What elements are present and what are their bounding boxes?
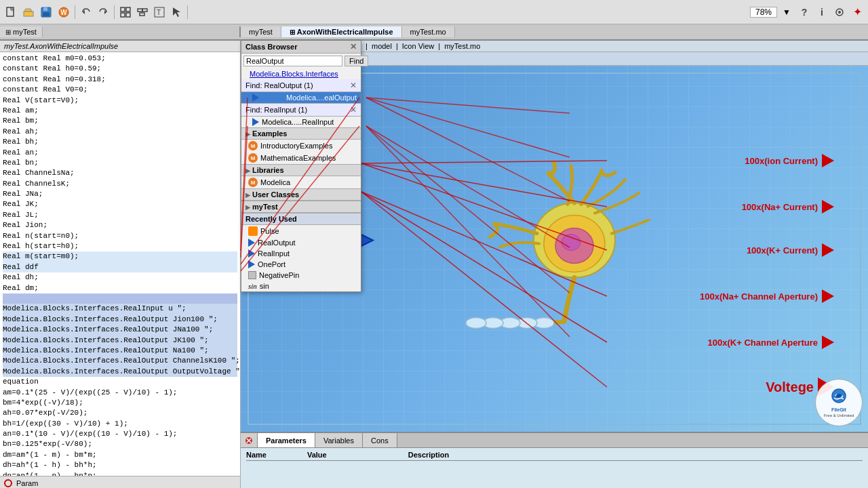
cb-section-examples[interactable]: ▶ Examples: [241, 127, 361, 140]
new-button[interactable]: [3, 4, 19, 20]
cb-section-user-classes[interactable]: ▶ User Classes: [241, 188, 361, 201]
breadcrumb-icon-view[interactable]: Icon View: [402, 42, 435, 50]
redo-button[interactable]: [95, 4, 111, 20]
find-result-2[interactable]: Find: RealInput (1) ✕: [241, 104, 361, 117]
code-line-10: Real bn;: [3, 158, 237, 168]
svg-rect-12: [121, 13, 125, 17]
svg-rect-10: [121, 7, 125, 12]
code-line-24: Modelica.Blocks.Interfaces.RealInput u "…: [3, 304, 237, 314]
col-name: Name: [246, 451, 267, 459]
undo-button[interactable]: [78, 4, 94, 20]
cb-item-negativepin[interactable]: NegativePin: [241, 270, 361, 281]
svg-rect-5: [43, 12, 50, 16]
cb-item-oneport[interactable]: OnePort: [241, 259, 361, 270]
tab-cons[interactable]: Cons: [363, 433, 397, 447]
bottom-panel: Parameters Variables Cons Name Value Des…: [241, 432, 868, 488]
cb-header: Class Browser ✕: [241, 41, 361, 54]
code-line-38: dm=am*(1 - m) - bm*m;: [3, 450, 237, 460]
find-result-close-2[interactable]: ✕: [350, 105, 357, 115]
col-desc: Description: [408, 451, 450, 459]
class-browser: Class Browser ✕ Find Modelica.Blocks.Int…: [241, 41, 361, 292]
cb-close-button[interactable]: ✕: [350, 42, 357, 52]
cb-section-libraries[interactable]: ▶ Libraries: [241, 164, 361, 176]
find-result-item-1[interactable]: Modelica....ealOutput: [241, 92, 361, 104]
top-tab-bar: ⊞ myTest myTest ⊞ AxonWithElectricalImpu…: [0, 24, 868, 41]
tab-close-button[interactable]: [241, 433, 258, 447]
cb-item-realoutput[interactable]: RealOutput: [241, 237, 361, 248]
tab-parameters[interactable]: Parameters: [258, 433, 315, 447]
svg-rect-15: [142, 9, 147, 12]
realinput-icon: [248, 249, 255, 258]
tab-mytest[interactable]: myTest: [241, 26, 281, 37]
find-result-item-2[interactable]: Modelica.....RealInput: [241, 117, 361, 127]
label-k-current: 100x(K+ Current): [747, 243, 834, 257]
grid-button[interactable]: [117, 4, 134, 20]
code-line-9: Real an;: [3, 148, 237, 158]
tab-axon[interactable]: ⊞ AxonWithElectricalImpulse: [281, 26, 402, 37]
code-line-22: Real dm;: [3, 283, 237, 293]
cursor-button[interactable]: [168, 4, 184, 20]
code-line-31: equation: [3, 377, 237, 387]
svg-point-42: [836, 394, 842, 398]
code-editor[interactable]: constant Real m0=0.053;constant Real h0=…: [0, 52, 240, 476]
svg-rect-4: [43, 7, 47, 11]
code-line-1: constant Real h0=0.59;: [3, 64, 237, 74]
arrange-button[interactable]: [134, 4, 151, 20]
neuron-svg: [439, 139, 696, 342]
cb-item-mathematica[interactable]: M MathematicaExamples: [241, 152, 361, 164]
code-line-20: Real ddf: [3, 262, 237, 272]
cb-item-introductory[interactable]: M IntroductoryExamples: [241, 140, 361, 152]
tab-mytest-mo[interactable]: myTest.mo: [402, 26, 455, 37]
top-toolbar: W T 78% ▼ ? i ✦: [0, 0, 868, 24]
code-line-7: Real ah;: [3, 127, 237, 137]
toolbar-separator-1: [75, 5, 75, 19]
neuron-illustration: [439, 139, 696, 344]
help-button[interactable]: ?: [796, 4, 812, 20]
bottom-tab-bar: Parameters Variables Cons: [241, 433, 868, 448]
code-line-5: Real am;: [3, 106, 237, 116]
mathematica-icon: M: [248, 153, 258, 163]
tab-grid-left[interactable]: ⊞ myTest: [0, 26, 43, 37]
bottom-column-headers: Name Value Description: [246, 451, 863, 461]
settings-button[interactable]: [831, 4, 848, 20]
code-line-26: Modelica.Blocks.Interfaces.RealOutput JN…: [3, 325, 237, 335]
open-button[interactable]: [20, 4, 37, 20]
code-line-3: constant Real V0=0;: [3, 85, 237, 95]
sin-icon: sin: [248, 282, 257, 290]
cb-find-button[interactable]: Find: [344, 56, 368, 66]
label-na-current: 100x(Na+ Current): [742, 200, 834, 214]
cb-search-input[interactable]: [243, 56, 342, 66]
filegit-logo: FileGitFree & Unlimited: [815, 379, 863, 426]
cb-item-sin[interactable]: sin sin: [241, 281, 361, 291]
zoom-dropdown[interactable]: ▼: [778, 4, 795, 20]
find-result-close-1[interactable]: ✕: [350, 81, 357, 90]
breadcrumb-mytest-mo[interactable]: myTest.mo: [444, 42, 480, 50]
toolbar-separator-2: [114, 5, 115, 19]
find-result-1[interactable]: Find: RealOutput (1) ✕: [241, 79, 361, 92]
info-button[interactable]: i: [814, 4, 830, 20]
code-line-16: Real Jion;: [3, 220, 237, 230]
modelica-interfaces-link[interactable]: Modelica.Blocks.Interfaces: [245, 69, 342, 79]
code-line-27: Modelica.Blocks.Interfaces.RealOutput JK…: [3, 336, 237, 346]
browse-button[interactable]: W: [56, 4, 72, 20]
status-icon: [4, 479, 12, 487]
code-line-2: constant Real n0=0.318;: [3, 75, 237, 85]
refresh-button[interactable]: ✦: [849, 4, 865, 20]
right-panel: Class Browser ✕ Find Modelica.Blocks.Int…: [241, 41, 868, 488]
code-line-11: Real ChannelsNa;: [3, 168, 237, 178]
cb-item-pulse[interactable]: Pulse: [241, 225, 361, 237]
breadcrumb-model[interactable]: model: [372, 42, 392, 50]
cb-section-recently-used[interactable]: Recently Used: [241, 213, 361, 225]
left-panel: myTest.AxonWithElectricalImpulse constan…: [0, 41, 241, 488]
cb-item-realinput[interactable]: RealInput: [241, 248, 361, 259]
cb-item-modelica[interactable]: M Modelica: [241, 176, 361, 188]
code-line-35: bh=1/(exp((30 - V)/10) + 1);: [3, 419, 237, 429]
code-line-18: Real h(start=h0);: [3, 241, 237, 251]
save-button[interactable]: [38, 4, 54, 20]
tab-variables[interactable]: Variables: [315, 433, 363, 447]
code-line-0: constant Real m0=0.053;: [3, 54, 237, 64]
svg-marker-19: [173, 7, 180, 17]
text-button[interactable]: T: [151, 4, 167, 20]
cb-section-mytest[interactable]: ▶ myTest: [241, 201, 361, 213]
svg-rect-13: [126, 13, 130, 17]
